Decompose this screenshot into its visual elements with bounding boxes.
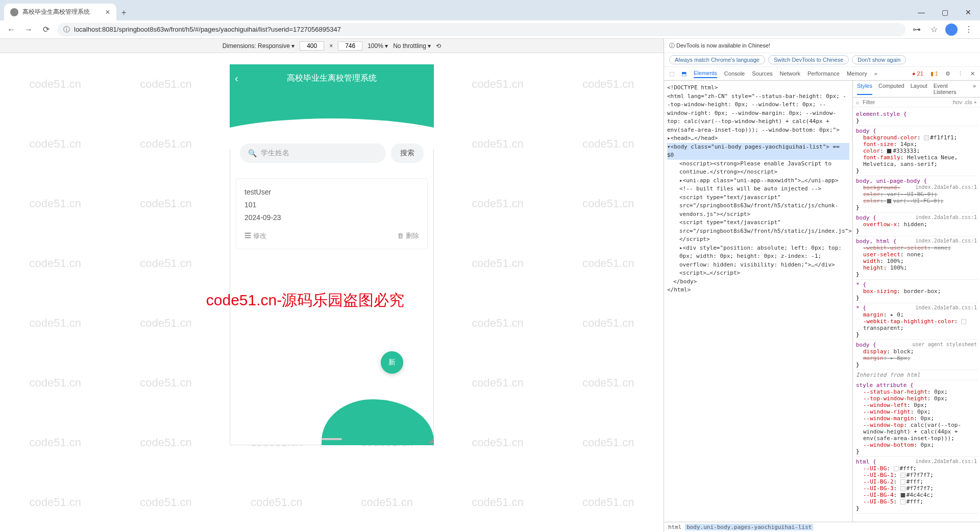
- browser-tab[interactable]: 高校毕业生高校管理系统 ✕: [4, 4, 116, 20]
- resize-handle-icon[interactable]: ◢: [428, 437, 433, 444]
- tab-styles[interactable]: Styles: [857, 83, 872, 95]
- devtools-banner: ⓘ DevTools is now available in Chinese!: [664, 39, 980, 53]
- mobile-header: ‹ 高校毕业生离校管理系统: [230, 64, 434, 92]
- throttling-dropdown[interactable]: No throttling ▾: [393, 42, 431, 50]
- chrome-window: 高校毕业生高校管理系统 ✕ + — ▢ ✕ ← → ⟳ ⓘ localhost:…: [0, 0, 980, 532]
- tab-title: 高校毕业生高校管理系统: [22, 8, 90, 16]
- dimension-separator: ×: [329, 42, 333, 50]
- zoom-dropdown[interactable]: 100% ▾: [368, 42, 388, 50]
- item-actions: ☰ 修改 🗑 删除: [244, 230, 419, 241]
- tab-memory[interactable]: Memory: [847, 69, 867, 78]
- device-toolbar: Dimensions: Responsive ▾ × 100% ▾ No thr…: [0, 39, 664, 53]
- edit-button[interactable]: ☰ 修改: [244, 230, 266, 241]
- tab-console[interactable]: Console: [724, 69, 745, 78]
- tab-layout[interactable]: Layout: [911, 83, 927, 95]
- search-input[interactable]: 🔍 学生姓名: [240, 143, 386, 163]
- close-window-icon[interactable]: ✕: [957, 4, 980, 20]
- password-key-icon[interactable]: ⊶: [911, 25, 923, 34]
- tabs-overflow-icon[interactable]: »: [874, 70, 877, 77]
- favicon: [10, 8, 18, 16]
- filter-extras[interactable]: :hov .cls +: [951, 99, 977, 105]
- error-count[interactable]: ● 21: [912, 70, 923, 77]
- reload-icon[interactable]: ⟳: [40, 25, 52, 34]
- breadcrumb-body[interactable]: body.uni-body.pages-yaochiguihai-list: [685, 524, 813, 530]
- mobile-title: 高校毕业生离校管理系统: [287, 73, 377, 84]
- bookmark-icon[interactable]: ☆: [928, 25, 940, 34]
- maximize-icon[interactable]: ▢: [933, 4, 957, 20]
- item-name: testUser: [244, 186, 419, 199]
- drag-handle[interactable]: [322, 438, 342, 440]
- devtools-tabs: ⬚ ⬒ Elements Console Sources Network Per…: [664, 67, 980, 81]
- forward-icon[interactable]: →: [22, 25, 35, 34]
- back-icon[interactable]: ←: [5, 25, 17, 34]
- tab-close-icon[interactable]: ✕: [105, 9, 110, 16]
- pill-always-match[interactable]: Always match Chrome's language: [669, 55, 765, 64]
- device-width-input[interactable]: [300, 41, 324, 51]
- devtools-close-icon[interactable]: ✕: [970, 70, 975, 77]
- browser-toolbar: ← → ⟳ ⓘ localhost:8081/springboot8s63w/f…: [0, 20, 980, 39]
- pill-dont-show[interactable]: Don't show again: [852, 55, 906, 64]
- device-height-input[interactable]: [338, 41, 362, 51]
- tab-network[interactable]: Network: [780, 69, 800, 78]
- search-row: 🔍 学生姓名 搜索: [230, 138, 434, 168]
- titlebar: 高校毕业生高校管理系统 ✕ + — ▢ ✕: [0, 0, 980, 20]
- tab-computed[interactable]: Computed: [878, 83, 904, 95]
- elements-breadcrumb[interactable]: html body.uni-body.pages-yaochiguihai-li…: [664, 522, 980, 532]
- site-info-icon[interactable]: ⓘ: [63, 25, 70, 34]
- rotate-icon[interactable]: ⟲: [436, 42, 441, 50]
- mobile-footer: [230, 384, 434, 445]
- content-area: Dimensions: Responsive ▾ × 100% ▾ No thr…: [0, 39, 980, 532]
- styles-tabs: Styles Computed Layout Event Listeners »: [853, 81, 980, 98]
- styles-rules[interactable]: element.style {}body {</span>background-…: [853, 107, 980, 522]
- minimize-icon[interactable]: —: [910, 4, 933, 20]
- tab-sources[interactable]: Sources: [752, 69, 772, 78]
- devtools-panel: ⓘ DevTools is now available in Chinese! …: [664, 39, 980, 532]
- pill-switch-chinese[interactable]: Switch DevTools to Chinese: [768, 55, 849, 64]
- filter-icon: ⌕: [856, 99, 860, 105]
- delete-button[interactable]: 🗑 删除: [397, 230, 419, 241]
- devtools-banner-actions: Always match Chrome's language Switch De…: [664, 53, 980, 67]
- breadcrumb-html[interactable]: html: [668, 524, 682, 530]
- tab-performance[interactable]: Performance: [807, 69, 840, 78]
- styles-filter-input[interactable]: [863, 99, 948, 105]
- tab-event-listeners[interactable]: Event Listeners: [934, 83, 967, 95]
- settings-icon[interactable]: ⚙: [945, 70, 950, 77]
- window-controls: — ▢ ✕: [910, 4, 980, 20]
- tab-elements[interactable]: Elements: [694, 69, 717, 78]
- viewport-area: code51.cncode51.cncode51.cncode51.cncode…: [0, 39, 664, 532]
- fab-new-button[interactable]: 新: [381, 351, 403, 374]
- devtools-menu-icon[interactable]: ⋮: [958, 70, 963, 77]
- search-icon: 🔍: [248, 149, 257, 157]
- styles-filter-row: ⌕ :hov .cls +: [853, 98, 980, 107]
- devtools-body: <!DOCTYPE html><html lang="zh-CN" style=…: [664, 81, 980, 522]
- item-date: 2024-09-23: [244, 211, 419, 224]
- address-bar[interactable]: ⓘ localhost:8081/springboot8s63w/front/h…: [57, 23, 905, 36]
- url-text: localhost:8081/springboot8s63w/front/h5/…: [74, 26, 341, 33]
- profile-avatar[interactable]: [945, 23, 958, 36]
- mobile-back-icon[interactable]: ‹: [235, 72, 238, 84]
- dimensions-dropdown[interactable]: Dimensions: Responsive ▾: [223, 42, 295, 50]
- search-placeholder: 学生姓名: [261, 149, 289, 158]
- mobile-frame: ‹ 高校毕业生离校管理系统 🔍 学生姓名 搜索 testUser 101 202…: [230, 64, 434, 445]
- styles-panel: Styles Computed Layout Event Listeners »…: [852, 81, 980, 522]
- search-button[interactable]: 搜索: [391, 143, 424, 163]
- warning-count[interactable]: ▮ 1: [930, 70, 938, 77]
- device-toggle-icon[interactable]: ⬒: [681, 70, 687, 77]
- list-item[interactable]: testUser 101 2024-09-23 ☰ 修改 🗑 删除: [236, 178, 428, 249]
- elements-tree[interactable]: <!DOCTYPE html><html lang="zh-CN" style=…: [664, 81, 852, 522]
- item-code: 101: [244, 199, 419, 211]
- inspect-icon[interactable]: ⬚: [669, 70, 674, 77]
- menu-icon[interactable]: ⋮: [963, 25, 975, 34]
- styles-tabs-overflow-icon[interactable]: »: [973, 83, 976, 95]
- new-tab-button[interactable]: +: [116, 5, 131, 20]
